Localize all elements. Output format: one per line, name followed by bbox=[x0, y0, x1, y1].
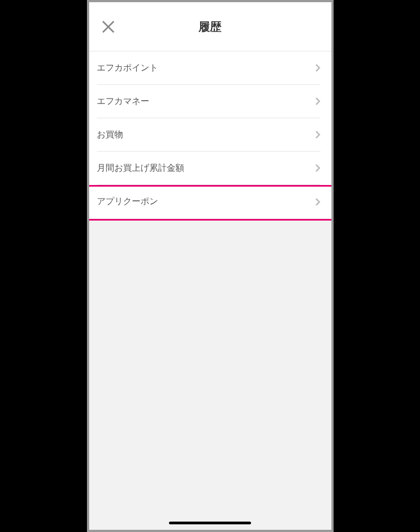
chevron-right-icon bbox=[315, 164, 320, 172]
close-icon bbox=[100, 19, 116, 35]
chevron-right-icon bbox=[315, 63, 320, 72]
chevron-right-icon bbox=[315, 130, 320, 139]
phone-screen: 履歴 エフカポイント エフカマネー bbox=[89, 2, 331, 530]
list-item-monthly-total[interactable]: 月間お買上げ累計金額 bbox=[89, 152, 331, 185]
chevron-right-icon bbox=[315, 198, 320, 206]
list-item-shopping[interactable]: お買物 bbox=[89, 118, 331, 152]
list-item-app-coupon[interactable]: アプリクーポン bbox=[89, 185, 331, 218]
list-item-efuka-money[interactable]: エフカマネー bbox=[89, 85, 331, 118]
list-item-label: アプリクーポン bbox=[97, 196, 158, 207]
list-item-efuka-point[interactable]: エフカポイント bbox=[89, 51, 331, 85]
history-list: エフカポイント エフカマネー お買物 bbox=[89, 51, 331, 218]
list-item-label: エフカマネー bbox=[97, 96, 149, 107]
list-item-label: お買物 bbox=[97, 129, 123, 141]
list-item-label: 月間お買上げ累計金額 bbox=[97, 163, 184, 174]
home-indicator[interactable] bbox=[169, 522, 251, 524]
chevron-right-icon bbox=[315, 97, 320, 106]
header: 履歴 bbox=[89, 2, 331, 51]
close-button[interactable] bbox=[99, 18, 118, 36]
page-title: 履歴 bbox=[199, 19, 221, 34]
list-item-label: エフカポイント bbox=[97, 62, 158, 74]
phone-frame: 履歴 エフカポイント エフカマネー bbox=[87, 0, 334, 532]
